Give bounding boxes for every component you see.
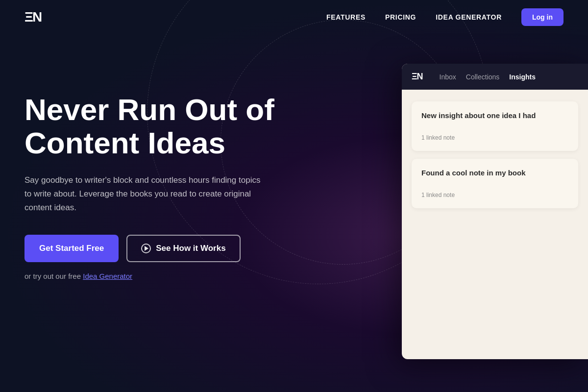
play-icon — [141, 244, 151, 253]
app-nav-items: Inbox Collections Insights — [440, 73, 536, 81]
logo-icon: ΞN — [24, 9, 41, 25]
navigation: ΞN FEATURES PRICING IDEA GENERATOR Log i… — [0, 0, 588, 34]
app-content-area: New insight about one idea I had 1 linke… — [402, 90, 588, 359]
note-card-1-footer: 1 linked note — [421, 134, 568, 141]
app-window: ΞN Inbox Collections Insights New insigh… — [402, 64, 588, 359]
hero-title: Never Run Out of Content Ideas — [24, 93, 274, 160]
see-how-it-works-button[interactable]: See How it Works — [126, 235, 240, 262]
hero-title-line1: Never Run Out of — [24, 93, 274, 126]
idea-generator-link[interactable]: Idea Generator — [83, 272, 132, 280]
app-nav-inbox[interactable]: Inbox — [440, 73, 456, 81]
login-button[interactable]: Log in — [521, 8, 564, 26]
hero-note-prefix: or try out our free — [24, 272, 83, 280]
play-triangle — [145, 246, 148, 251]
hero-section: Never Run Out of Content Ideas Say goodb… — [0, 34, 588, 392]
get-started-button[interactable]: Get Started Free — [24, 235, 119, 262]
app-nav-collections[interactable]: Collections — [466, 73, 499, 81]
logo[interactable]: ΞN — [24, 9, 41, 25]
hero-note: or try out our free Idea Generator — [24, 272, 274, 280]
hero-content: Never Run Out of Content Ideas Say goodb… — [24, 74, 274, 280]
nav-idea-generator[interactable]: IDEA GENERATOR — [436, 13, 502, 21]
app-preview: ΞN Inbox Collections Insights New insigh… — [402, 64, 588, 359]
note-card-2-title: Found a cool note in my book — [421, 169, 568, 177]
hero-buttons: Get Started Free See How it Works — [24, 235, 274, 262]
nav-features[interactable]: FEATURES — [326, 13, 366, 21]
see-how-label: See How it Works — [156, 244, 225, 253]
nav-links: FEATURES PRICING IDEA GENERATOR Log in — [326, 8, 564, 26]
app-nav-insights[interactable]: Insights — [509, 73, 536, 81]
note-card-2: Found a cool note in my book 1 linked no… — [412, 159, 578, 208]
hero-title-line2: Content Ideas — [24, 126, 225, 160]
nav-pricing[interactable]: PRICING — [385, 13, 416, 21]
app-nav-bar: ΞN Inbox Collections Insights — [402, 64, 588, 90]
note-card-1: New insight about one idea I had 1 linke… — [412, 101, 578, 151]
hero-subtitle: Say goodbye to writer's block and countl… — [24, 173, 265, 215]
note-card-2-footer: 1 linked note — [421, 192, 568, 198]
app-logo: ΞN — [412, 72, 423, 82]
note-card-1-title: New insight about one idea I had — [421, 111, 568, 120]
